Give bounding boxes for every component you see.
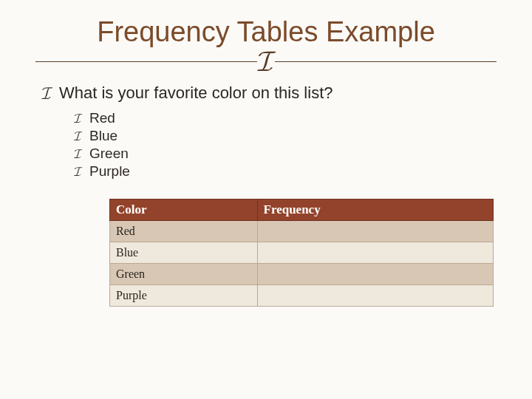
frequency-table-wrap: Color Frequency Red Blue Green xyxy=(109,199,494,307)
table-header-row: Color Frequency xyxy=(110,200,494,221)
list-item: 𝓘 Purple xyxy=(74,163,491,180)
ornament-line-left xyxy=(35,61,257,62)
table-row: Green xyxy=(110,264,494,285)
option-label: Red xyxy=(89,110,115,126)
list-item: 𝓘 Blue xyxy=(74,128,491,144)
table-row: Blue xyxy=(110,242,494,264)
question-text: What is your favorite color on this list… xyxy=(59,83,332,103)
page-title: Frequency Tables Example xyxy=(35,16,497,48)
cell-frequency xyxy=(257,264,493,285)
cell-frequency xyxy=(257,242,493,264)
ornament-line-right xyxy=(275,61,497,62)
option-label: Blue xyxy=(89,128,117,144)
cell-color: Blue xyxy=(110,242,258,264)
flourish-icon: 𝓘 xyxy=(257,52,275,70)
cell-color: Purple xyxy=(110,285,258,307)
content-body: 𝓘 What is your favorite color on this li… xyxy=(35,83,497,307)
frequency-table: Color Frequency Red Blue Green xyxy=(109,199,494,307)
bullet-icon: 𝓘 xyxy=(74,165,82,178)
title-ornament: 𝓘 xyxy=(35,52,497,70)
cell-color: Green xyxy=(110,264,258,285)
list-item: 𝓘 Green xyxy=(74,146,491,162)
col-header-frequency: Frequency xyxy=(257,200,493,221)
question-row: 𝓘 What is your favorite color on this li… xyxy=(41,83,491,103)
col-header-color: Color xyxy=(110,200,258,221)
option-label: Purple xyxy=(89,163,130,180)
list-item: 𝓘 Red xyxy=(74,110,491,126)
bullet-icon: 𝓘 xyxy=(74,147,82,160)
options-list: 𝓘 Red 𝓘 Blue 𝓘 Green 𝓘 Purple xyxy=(74,110,491,180)
table-row: Purple xyxy=(110,285,494,307)
option-label: Green xyxy=(89,146,129,162)
cell-color: Red xyxy=(110,221,258,242)
bullet-icon: 𝓘 xyxy=(74,112,82,125)
cell-frequency xyxy=(257,285,493,307)
bullet-icon: 𝓘 xyxy=(74,129,82,143)
cell-frequency xyxy=(257,221,493,242)
bullet-icon: 𝓘 xyxy=(41,84,52,102)
table-row: Red xyxy=(110,221,494,242)
slide: Frequency Tables Example 𝓘 𝓘 What is you… xyxy=(0,0,532,399)
